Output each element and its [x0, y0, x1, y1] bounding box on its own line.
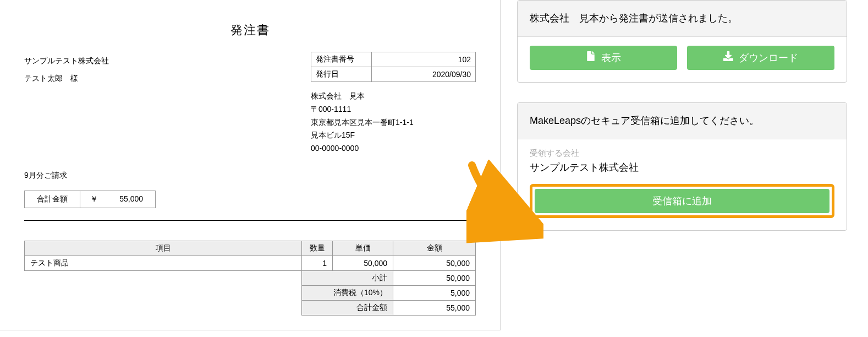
sender-name: 株式会社 見本	[311, 90, 476, 103]
item-qty: 1	[302, 256, 333, 270]
add-to-inbox-button[interactable]: 受信箱に追加	[535, 189, 829, 213]
receiving-company-label: 受領する会社	[530, 148, 834, 159]
document-title: 発注書	[24, 22, 476, 39]
view-button[interactable]: 表示	[530, 46, 677, 70]
divider	[24, 220, 476, 221]
total-box-currency: ￥	[80, 191, 106, 208]
download-button-label: ダウンロード	[739, 51, 798, 64]
col-item: 項目	[25, 241, 302, 256]
document-meta-table: 発注書番号 102 発行日 2020/09/30	[311, 52, 476, 82]
col-amount: 金額	[393, 241, 476, 256]
download-icon	[723, 51, 733, 64]
col-qty: 数量	[302, 241, 333, 256]
billing-period: 9月分ご請求	[24, 171, 156, 181]
view-button-label: 表示	[601, 51, 621, 64]
notification-panel: 株式会社 見本から発注書が送信されました。 表示 ダウンロード	[517, 0, 847, 83]
inbox-prompt: MakeLeapsのセキュア受信箱に追加してください。	[518, 103, 847, 139]
issue-date-label: 発行日	[311, 67, 372, 82]
total-box-value: 55,000	[106, 191, 155, 208]
subtotal-label: 小計	[302, 270, 393, 285]
sender-phone: 00-0000-0000	[311, 142, 476, 155]
download-button[interactable]: ダウンロード	[687, 46, 834, 70]
item-unit-price: 50,000	[333, 256, 393, 270]
inbox-panel: MakeLeapsのセキュア受信箱に追加してください。 受領する会社 サンプルテ…	[517, 102, 847, 231]
items-table: 項目 数量 単価 金額 テスト商品 1 50,000 50,000 小計 50,…	[24, 241, 476, 316]
po-number-label: 発注書番号	[311, 52, 372, 67]
add-to-inbox-button-label: 受信箱に追加	[652, 194, 712, 208]
addressee-person: テスト太郎 様	[24, 69, 109, 87]
subtotal-value: 50,000	[393, 270, 476, 285]
file-icon	[586, 51, 596, 64]
notification-text: 株式会社 見本から発注書が送信されました。	[518, 1, 847, 37]
total-value: 55,000	[393, 300, 476, 315]
item-name: テスト商品	[25, 256, 302, 270]
sender-postal: 〒000-1111	[311, 103, 476, 116]
col-unit-price: 単価	[333, 241, 393, 256]
tax-value: 5,000	[393, 285, 476, 300]
total-box-label: 合計金額	[25, 191, 80, 208]
total-box: 合計金額 ￥ 55,000	[24, 191, 156, 208]
sender-block: 株式会社 見本 〒000-1111 東京都見本区見本一番町1-1-1 見本ビル1…	[311, 90, 476, 155]
document-preview: 発注書 サンプルテスト株式会社 テスト太郎 様 発注書番号 102 発行日 20…	[0, 0, 501, 330]
sender-address: 東京都見本区見本一番町1-1-1	[311, 116, 476, 129]
issue-date-value: 2020/09/30	[372, 67, 476, 82]
highlight-frame: 受信箱に追加	[530, 184, 834, 218]
tax-label: 消費税（10%）	[302, 285, 393, 300]
addressee-company: サンプルテスト株式会社	[24, 52, 109, 69]
sender-building: 見本ビル15F	[311, 129, 476, 142]
receiving-company: サンプルテスト株式会社	[530, 161, 834, 174]
item-amount: 50,000	[393, 256, 476, 270]
total-label: 合計金額	[302, 300, 393, 315]
table-row: テスト商品 1 50,000 50,000	[25, 256, 476, 270]
po-number-value: 102	[372, 52, 476, 67]
